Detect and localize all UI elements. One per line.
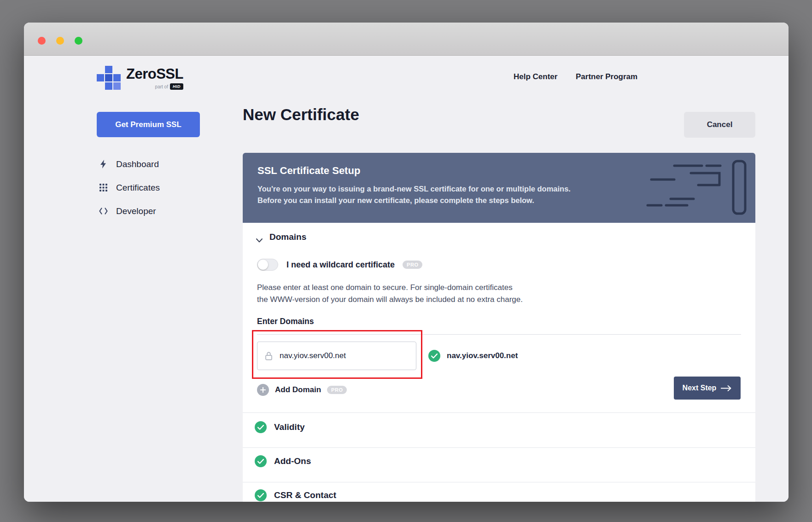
- logo-text: ZeroSSL: [126, 66, 183, 82]
- plus-icon: [257, 384, 269, 396]
- next-step-label: Next Step: [683, 384, 717, 392]
- domain-input[interactable]: [257, 342, 416, 370]
- add-domain-label: Add Domain: [275, 385, 321, 394]
- partner-program-link[interactable]: Partner Program: [576, 72, 637, 81]
- get-premium-ssl-button[interactable]: Get Premium SSL: [97, 112, 200, 137]
- wildcard-toggle[interactable]: [257, 259, 278, 271]
- certificate-steps-card: Domains I need a wildcard certificate PR…: [243, 223, 755, 502]
- hid-brand-badge: HID: [170, 83, 183, 90]
- setup-desc-line1: You're on your way to issuing a brand-ne…: [257, 183, 571, 195]
- zoom-window-button[interactable]: [75, 37, 82, 45]
- check-circle-icon: [428, 350, 440, 362]
- section-divider: [243, 482, 755, 482]
- step-label: Add-Ons: [274, 456, 311, 466]
- setup-panel-title: SSL Certificate Setup: [257, 165, 360, 177]
- zerossl-logo-icon: [97, 66, 121, 90]
- help-line1: Please enter at least one domain to secu…: [257, 282, 523, 294]
- logo-tagline: part of: [155, 84, 168, 89]
- domains-help-text: Please enter at least one domain to secu…: [257, 282, 523, 306]
- setup-desc-line2: Before you can install your new certific…: [257, 195, 571, 206]
- setup-panel-description: You're on your way to issuing a brand-ne…: [257, 183, 571, 206]
- lock-icon: [265, 351, 273, 362]
- enter-domains-label: Enter Domains: [257, 317, 314, 326]
- sidebar-item-label: Dashboard: [116, 159, 159, 169]
- grid-icon: [99, 184, 108, 191]
- toggle-knob: [258, 260, 268, 270]
- section-divider: [243, 412, 755, 413]
- section-divider: [243, 447, 755, 448]
- sidebar-item-developer[interactable]: Developer: [99, 199, 209, 223]
- check-circle-icon: [255, 489, 267, 501]
- zerossl-logo[interactable]: ZeroSSL part of HID: [97, 66, 183, 90]
- sidebar-item-label: Developer: [116, 206, 156, 216]
- arrow-right-icon: [721, 385, 732, 391]
- ssl-setup-panel: SSL Certificate Setup You're on your way…: [243, 153, 755, 223]
- pro-badge: PRO: [403, 261, 422, 269]
- page-content: ZeroSSL part of HID Help Center Partner …: [24, 56, 789, 502]
- next-step-button[interactable]: Next Step: [674, 377, 741, 400]
- step-row-validity[interactable]: Validity: [255, 421, 305, 433]
- code-icon: [99, 208, 108, 215]
- wildcard-label-text: I need a wildcard certificate: [286, 260, 395, 269]
- step-label: Validity: [274, 422, 305, 432]
- verified-domain-text: nav.yiov.serv00.net: [447, 351, 518, 360]
- help-line2: the WWW-version of your domain will alwa…: [257, 294, 523, 306]
- lightning-icon: [99, 160, 108, 168]
- domains-section-title[interactable]: Domains: [269, 232, 306, 242]
- certificate-illustration: [643, 158, 749, 217]
- close-window-button[interactable]: [38, 37, 46, 45]
- step-label: CSR & Contact: [274, 490, 336, 500]
- cancel-button[interactable]: Cancel: [684, 112, 755, 138]
- domain-input-wrap: [257, 342, 416, 370]
- page-title: New Certificate: [243, 105, 359, 124]
- check-circle-icon: [255, 421, 267, 433]
- step-row-addons[interactable]: Add-Ons: [255, 455, 311, 467]
- enter-domains-divider: [257, 334, 741, 335]
- sidebar-nav: Dashboard Certificates: [99, 152, 209, 223]
- verified-domain-row: nav.yiov.serv00.net: [428, 350, 518, 362]
- minimize-window-button[interactable]: [56, 37, 64, 45]
- sidebar-item-dashboard[interactable]: Dashboard: [99, 152, 209, 176]
- window-titlebar: [24, 23, 789, 56]
- help-center-link[interactable]: Help Center: [514, 72, 557, 81]
- check-circle-icon: [255, 455, 267, 467]
- app-window: ZeroSSL part of HID Help Center Partner …: [24, 23, 789, 502]
- wildcard-toggle-label: I need a wildcard certificate PRO: [286, 260, 422, 270]
- sidebar-item-label: Certificates: [116, 183, 160, 193]
- step-row-csr-contact[interactable]: CSR & Contact: [255, 489, 336, 501]
- sidebar-item-certificates[interactable]: Certificates: [99, 176, 209, 199]
- add-domain-button[interactable]: Add Domain PRO: [257, 384, 347, 396]
- pro-badge: PRO: [327, 386, 347, 394]
- chevron-down-icon[interactable]: [256, 236, 263, 244]
